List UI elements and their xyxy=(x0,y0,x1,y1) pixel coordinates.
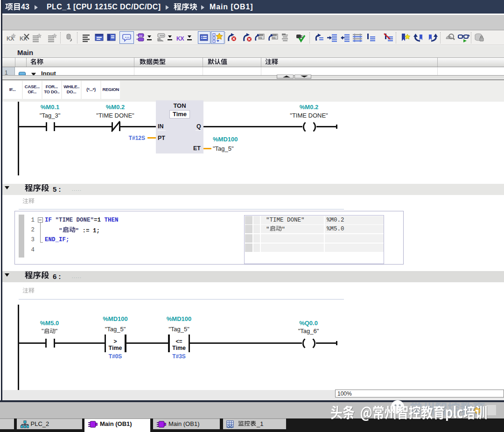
svg-text:01: 01 xyxy=(259,36,262,39)
svg-text:X: X xyxy=(180,35,184,42)
svg-text:01: 01 xyxy=(273,36,276,39)
svg-text:01: 01 xyxy=(139,35,143,38)
